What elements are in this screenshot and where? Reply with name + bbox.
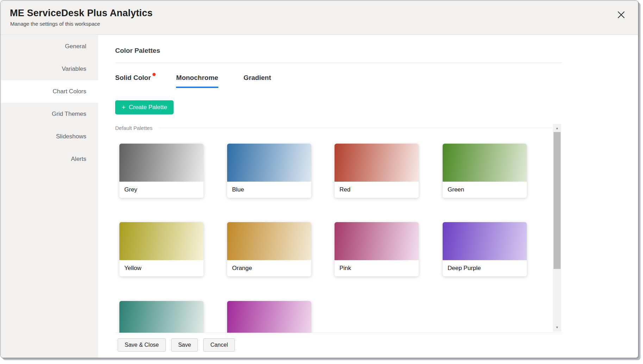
palette-scroll-area[interactable]: Grey Blue Red Green Yellow Orange	[98, 131, 562, 333]
default-palettes-label: Default Palettes	[115, 125, 152, 131]
palette-card-green[interactable]: Green	[443, 144, 527, 198]
palette-swatch-pink	[335, 222, 419, 260]
palette-name: Green	[443, 182, 527, 198]
tab-solid-color-label: Solid Color	[115, 74, 151, 81]
palette-card-partial-2[interactable]	[227, 301, 311, 333]
save-close-button[interactable]: Save & Close	[118, 338, 166, 352]
section-rule	[159, 128, 552, 128]
tab-gradient[interactable]: Gradient	[244, 74, 271, 88]
scroll-up-icon[interactable]: ▲	[553, 125, 561, 132]
footer-divider	[115, 333, 562, 333]
settings-sidebar: General Variables Chart Colors Grid Them…	[1, 35, 98, 358]
tab-gradient-label: Gradient	[244, 74, 271, 81]
sidebar-item-variables[interactable]: Variables	[1, 58, 98, 80]
sidebar-item-alerts[interactable]: Alerts	[1, 148, 98, 170]
page-title: Color Palettes	[115, 47, 160, 55]
palette-card-orange[interactable]: Orange	[227, 222, 311, 276]
palette-name: Blue	[227, 182, 311, 198]
sidebar-item-grid-themes[interactable]: Grid Themes	[1, 103, 98, 125]
palette-type-tabs: Solid Color Monochrome Gradient	[115, 74, 271, 88]
palette-swatch-teal	[119, 301, 204, 333]
palette-swatch-blue	[227, 144, 311, 182]
palette-name: Orange	[227, 260, 311, 276]
default-palettes-section: Default Palettes	[115, 125, 552, 131]
palette-name: Red	[335, 182, 419, 198]
close-icon	[617, 11, 625, 20]
palette-card-pink[interactable]: Pink	[335, 222, 419, 276]
palette-swatch-green	[443, 144, 527, 182]
sidebar-item-general[interactable]: General	[1, 35, 98, 58]
palette-name: Yellow	[119, 260, 204, 276]
tab-monochrome[interactable]: Monochrome	[176, 74, 218, 88]
sidebar-item-slideshows[interactable]: Slideshows	[1, 125, 98, 148]
palette-card-blue[interactable]: Blue	[227, 144, 311, 198]
dialog-title: ME ServiceDesk Plus Analytics	[10, 8, 153, 19]
palette-swatch-deep-purple	[443, 222, 527, 260]
divider	[115, 63, 562, 63]
palette-swatch-orange	[227, 222, 311, 260]
dialog-subtitle: Manage the settings of this workspace	[10, 21, 100, 27]
palette-swatch-magenta	[227, 301, 311, 333]
palette-name: Grey	[119, 182, 204, 198]
palette-card-partial-1[interactable]	[119, 301, 204, 333]
palette-card-grey[interactable]: Grey	[119, 144, 204, 198]
settings-dialog: ME ServiceDesk Plus Analytics Manage the…	[0, 0, 638, 358]
notification-dot	[152, 73, 156, 76]
palette-swatch-yellow	[119, 222, 204, 260]
dialog-header: ME ServiceDesk Plus Analytics Manage the…	[1, 1, 638, 35]
create-palette-label: Create Palette	[129, 104, 167, 111]
tab-solid-color[interactable]: Solid Color	[115, 74, 151, 88]
vertical-scrollbar[interactable]: ▲ ▼	[553, 124, 561, 332]
tab-monochrome-label: Monochrome	[176, 74, 218, 81]
plus-icon: +	[122, 103, 126, 111]
close-button[interactable]	[616, 10, 627, 21]
sidebar-item-chart-colors[interactable]: Chart Colors	[1, 80, 98, 103]
footer-actions: Save & Close Save Cancel	[118, 338, 235, 352]
create-palette-button[interactable]: + Create Palette	[115, 100, 174, 114]
scrollbar-thumb[interactable]	[554, 132, 561, 269]
palette-card-red[interactable]: Red	[335, 144, 419, 198]
palette-swatch-grey	[119, 144, 204, 182]
cancel-button[interactable]: Cancel	[203, 338, 235, 352]
palette-card-deep-purple[interactable]: Deep Purple	[443, 222, 527, 276]
scroll-down-icon[interactable]: ▼	[553, 324, 561, 331]
palette-swatch-red	[335, 144, 419, 182]
palette-card-yellow[interactable]: Yellow	[119, 222, 204, 276]
palette-name: Pink	[335, 260, 419, 276]
palette-name: Deep Purple	[443, 260, 527, 276]
chart-colors-panel: Color Palettes Solid Color Monochrome Gr…	[98, 35, 638, 358]
save-button[interactable]: Save	[171, 338, 198, 352]
